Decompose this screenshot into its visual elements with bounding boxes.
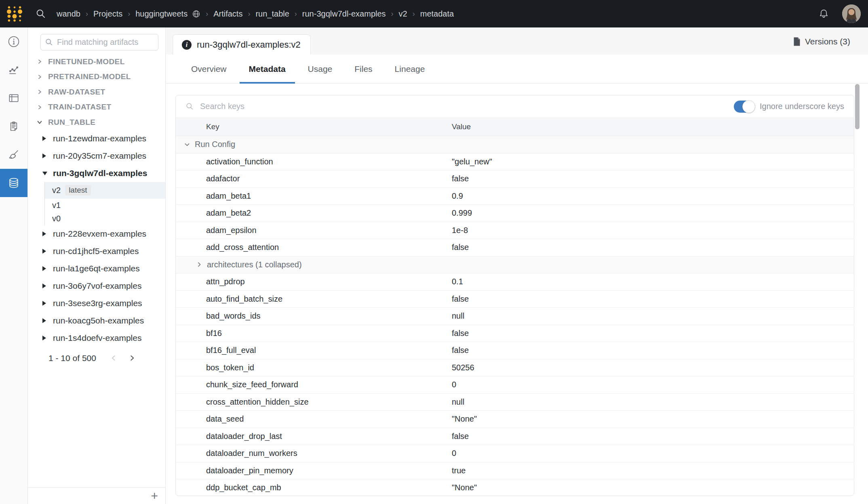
user-avatar[interactable] <box>842 4 861 23</box>
sidebar-run-item[interactable]: run-20y35cm7-examples <box>28 147 165 165</box>
metadata-key: bf16 <box>176 329 452 338</box>
chevron-down-icon <box>36 120 43 125</box>
wandb-logo-icon[interactable] <box>6 4 23 23</box>
metadata-value: "gelu_new" <box>452 157 854 166</box>
metadata-key: bos_token_id <box>176 363 452 372</box>
breadcrumb-separator: › <box>206 10 208 18</box>
triangle-right-icon <box>42 136 47 141</box>
metadata-value: false <box>452 294 854 304</box>
sidebar-category-raw-dataset[interactable]: RAW-DATASET <box>28 84 165 100</box>
topbar-right <box>818 4 861 23</box>
page-scrollbar-thumb[interactable] <box>855 84 860 129</box>
breadcrumb-item[interactable]: wandb <box>57 9 80 19</box>
metadata-key: activation_function <box>176 157 452 166</box>
versions-button[interactable]: Versions (3) <box>790 34 853 49</box>
notifications-bell-icon[interactable] <box>818 8 829 19</box>
breadcrumb: wandb›Projects›huggingtweets›Artifacts›r… <box>57 9 454 19</box>
breadcrumb-item[interactable]: huggingtweets <box>135 9 188 19</box>
search-keys-input[interactable] <box>199 101 729 111</box>
global-search-icon[interactable] <box>36 8 46 19</box>
group-label: architectures (1 collapsed) <box>207 260 302 269</box>
run-label: run-1zewdmar-examples <box>53 134 146 143</box>
triangle-right-icon <box>42 249 47 254</box>
page-next-icon[interactable] <box>128 354 136 362</box>
version-item[interactable]: v2latest <box>45 182 165 199</box>
metadata-group-row[interactable]: Run Config <box>176 136 854 153</box>
tab-overview[interactable]: Overview <box>182 55 236 83</box>
sidebar-category-finetuned-model[interactable]: FINETUNED-MODEL <box>28 54 165 69</box>
rail-overview-info-icon[interactable] <box>0 27 27 56</box>
metadata-value: false <box>452 329 854 338</box>
metadata-rows: Run Configactivation_function"gelu_new"a… <box>176 136 854 496</box>
metadata-value: "None" <box>452 483 854 492</box>
run-label: run-20y35cm7-examples <box>53 151 146 161</box>
sidebar-run-item[interactable]: run-228evxem-examples <box>28 225 165 243</box>
breadcrumb-item[interactable]: v2 <box>399 9 407 19</box>
triangle-right-icon <box>42 284 47 288</box>
sidebar-run-item[interactable]: run-3gqlw7dl-examples <box>28 165 165 182</box>
sidebar-run-item[interactable]: run-1s4doefv-examples <box>28 330 165 347</box>
metadata-key: cross_attention_hidden_size <box>176 397 452 407</box>
rail-reports-icon[interactable] <box>0 112 27 141</box>
latest-badge: latest <box>65 185 91 195</box>
artifacts-sidebar: FINETUNED-MODELPRETRAINED-MODELRAW-DATAS… <box>28 27 166 504</box>
tab-metadata[interactable]: Metadata <box>240 55 295 83</box>
sidebar-category-run_table[interactable]: RUN_TABLE <box>28 115 165 130</box>
breadcrumb-item[interactable]: run-3gqlw7dl-examples <box>302 9 386 19</box>
sidebar-run-item[interactable]: run-cd1jhcf5-examples <box>28 243 165 260</box>
tab-usage[interactable]: Usage <box>299 55 342 83</box>
triangle-right-icon <box>42 336 47 340</box>
breadcrumb-item[interactable]: Artifacts <box>213 9 242 19</box>
artifact-version-tab[interactable]: i run-3gqlw7dl-examples:v2 <box>173 34 311 55</box>
artifact-version-title: run-3gqlw7dl-examples:v2 <box>197 40 301 50</box>
breadcrumb-item[interactable]: Projects <box>93 9 122 19</box>
sidebar-category-train-dataset[interactable]: TRAIN-DATASET <box>28 100 165 115</box>
sidebar-run-item[interactable]: run-3o6y7vof-examples <box>28 277 165 295</box>
breadcrumb-item[interactable]: metadata <box>420 9 454 19</box>
sidebar-run-item[interactable]: run-1zewdmar-examples <box>28 130 165 147</box>
chevron-right-icon <box>36 59 43 64</box>
page-prev-icon[interactable] <box>110 354 118 362</box>
ignore-underscore-toggle[interactable] <box>734 101 754 113</box>
metadata-key: adam_epsilon <box>176 226 452 235</box>
sidebar-category-pretrained-model[interactable]: PRETRAINED-MODEL <box>28 69 165 85</box>
metadata-key: chunk_size_feed_forward <box>176 380 452 389</box>
globe-icon <box>192 10 200 18</box>
tab-files[interactable]: Files <box>345 55 381 83</box>
sidebar-run-item[interactable]: run-3sese3rg-examples <box>28 295 165 312</box>
metadata-value: 0 <box>452 449 854 458</box>
artifact-search-box[interactable] <box>40 34 158 50</box>
category-label: RUN_TABLE <box>48 118 95 127</box>
metadata-row: bos_token_id50256 <box>176 359 854 377</box>
rail-artifacts-icon[interactable] <box>0 169 27 197</box>
metadata-row: activation_function"gelu_new" <box>176 153 854 171</box>
rail-charts-icon[interactable] <box>0 56 27 84</box>
main-content: i run-3gqlw7dl-examples:v2 Versions (3) … <box>166 27 868 504</box>
version-item[interactable]: v0 <box>45 212 165 225</box>
metadata-row: dataloader_num_workers0 <box>176 445 854 462</box>
runs-pagination: 1 - 10 of 500 <box>28 349 165 367</box>
tab-lineage[interactable]: Lineage <box>386 55 434 83</box>
version-item[interactable]: v1 <box>45 199 165 212</box>
artifact-search-input[interactable] <box>56 37 154 47</box>
breadcrumb-separator: › <box>413 10 415 18</box>
metadata-key: dataloader_pin_memory <box>176 466 452 475</box>
metadata-row: ddp_bucket_cap_mb"None" <box>176 479 854 496</box>
versions-button-label: Versions (3) <box>805 37 850 46</box>
app-root: wandb›Projects›huggingtweets›Artifacts›r… <box>0 0 868 504</box>
rail-sweeps-icon[interactable] <box>0 141 27 169</box>
metadata-value: 1e-8 <box>452 226 854 235</box>
sidebar-run-item[interactable]: run-la1ge6qt-examples <box>28 260 165 277</box>
metadata-row: auto_find_batch_sizefalse <box>176 291 854 308</box>
metadata-panel: Ignore underscore keys Key Value Run Con… <box>175 95 854 496</box>
metadata-key: add_cross_attention <box>176 243 452 252</box>
run-label: run-la1ge6qt-examples <box>53 264 140 273</box>
rail-tables-icon[interactable] <box>0 84 27 112</box>
metadata-toolbar: Ignore underscore keys <box>176 95 854 118</box>
metadata-group-row[interactable]: architectures (1 collapsed) <box>176 256 854 274</box>
breadcrumb-item[interactable]: run_table <box>255 9 289 19</box>
add-artifact-plus-icon[interactable]: + <box>151 491 158 501</box>
metadata-key: attn_pdrop <box>176 277 452 286</box>
sidebar-run-item[interactable]: run-koacg5oh-examples <box>28 312 165 330</box>
metadata-value: true <box>452 466 854 475</box>
